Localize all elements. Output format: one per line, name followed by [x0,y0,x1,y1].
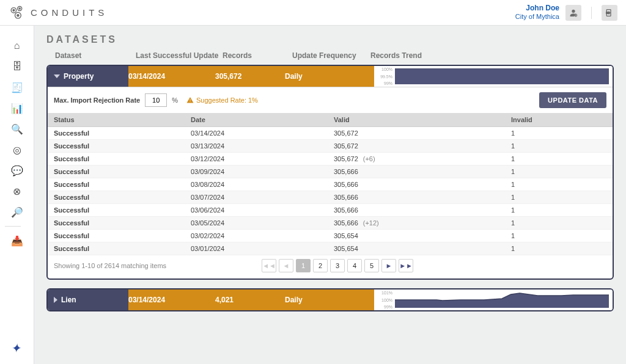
pagination: ◄◄ ◄ 12345 ► ►► [166,259,509,272]
page-number-3[interactable]: 3 [330,259,345,272]
cell-invalid: 1 [505,127,613,140]
cell-status: Successful [48,191,185,204]
datasets-column-headers: Dataset Last Successful Update Records U… [46,49,614,65]
user-info[interactable]: John Doe City of Mythica [515,4,559,20]
cell-invalid: 1 [505,153,613,166]
sidebar-item-billing[interactable]: 🧾 [5,77,29,98]
col-frequency: Update Frequency [292,51,370,60]
dataset-last-update: 03/14/2024 [128,72,215,81]
cell-valid: 305,654 [328,230,505,242]
sidebar-separator [5,226,21,227]
main-content: DATASETS Dataset Last Successful Update … [34,26,626,364]
svg-point-5 [17,14,19,16]
cell-date: 03/08/2024 [185,178,328,191]
cell-status: Successful [48,140,185,153]
update-data-button[interactable]: UPDATE DATA [539,92,606,108]
table-row[interactable]: Successful03/13/2024305,6721 [48,140,613,153]
col-trend: Records Trend [370,51,605,60]
table-row[interactable]: Successful03/07/2024305,6661 [48,191,613,204]
cell-status: Successful [48,127,185,140]
warning-icon [186,96,194,104]
chevron-right-icon [54,297,57,303]
cell-date: 03/14/2024 [185,127,328,140]
dataset-trend-lien: 101% 100% 99% [374,289,613,310]
cell-date: 03/02/2024 [185,230,328,242]
cell-valid: 305,672 [328,140,505,153]
rejection-rate-input[interactable] [145,93,167,107]
dataset-toggle-property[interactable]: Property [48,66,128,87]
table-row[interactable]: Successful03/01/2024305,6541 [48,242,613,255]
cell-valid: 305,666 [328,204,505,217]
cell-invalid: 1 [505,242,613,255]
table-row[interactable]: Successful03/06/2024305,6661 [48,204,613,217]
page-first-button[interactable]: ◄◄ [262,259,276,272]
sidebar-item-analytics[interactable]: 📊 [5,98,29,118]
detail-toolbar: Max. Import Rejection Rate % Suggested R… [48,87,613,113]
cell-invalid: 1 [505,204,613,217]
target-icon: ◎ [13,144,21,156]
sidebar-item-home[interactable]: ⌂ [5,35,29,56]
sidebar-item-target[interactable]: ◎ [5,139,29,160]
cell-valid: 305,666(+12) [328,217,505,230]
dataset-summary-lien: 03/14/2024 4,021 Daily [128,289,374,310]
cell-date: 03/07/2024 [185,191,328,204]
user-name: John Doe [515,4,559,13]
table-row[interactable]: Successful03/02/2024305,6541 [48,230,613,242]
cell-valid: 305,666 [328,178,505,191]
sidebar-item-reports[interactable]: 📥 [5,230,29,251]
suggested-rate-note: Suggested Rate: 1% [186,96,258,104]
dataset-name: Lien [61,296,76,304]
logout-button[interactable] [602,5,617,21]
table-row[interactable]: Successful03/14/2024305,6721 [48,127,613,140]
page-number-4[interactable]: 4 [347,259,362,272]
th-invalid[interactable]: Invalid [505,113,613,127]
table-row[interactable]: Successful03/08/2024305,6661 [48,178,613,191]
col-records: Records [223,51,292,60]
sidebar-item-chat[interactable]: 💬 [5,160,29,181]
alerts-icon: ⊗ [13,186,21,197]
cell-date: 03/09/2024 [185,166,328,178]
chevron-down-icon [54,75,60,78]
cell-date: 03/05/2024 [185,217,328,230]
dataset-frequency: Daily [285,72,363,81]
brand[interactable]: CONDUITS [9,4,108,21]
cell-date: 03/13/2024 [185,140,328,153]
dataset-name: Property [64,72,94,81]
page-number-2[interactable]: 2 [313,259,328,272]
page-next-button[interactable]: ► [381,259,396,272]
user-org: City of Mythica [515,13,559,21]
brand-name: CONDUITS [31,7,108,18]
cell-status: Successful [48,230,185,242]
sidebar-item-audit[interactable]: 🔍 [5,118,29,139]
table-row[interactable]: Successful03/09/2024305,6661 [48,166,613,178]
cell-valid: 305,666 [328,191,505,204]
cell-status: Successful [48,166,185,178]
page-number-5[interactable]: 5 [364,259,379,272]
user-settings-button[interactable] [565,5,581,21]
sidebar-item-data[interactable]: 🗄 [5,56,29,77]
col-last-update: Last Successful Update [136,51,223,60]
cell-status: Successful [48,178,185,191]
dataset-toggle-lien[interactable]: Lien [48,289,128,310]
dataset-records: 305,672 [215,72,285,81]
cell-status: Successful [48,217,185,230]
dataset-last-update: 03/14/2024 [128,296,215,304]
page-number-1[interactable]: 1 [296,259,311,272]
cell-date: 03/01/2024 [185,242,328,255]
cell-valid: 305,672(+6) [328,153,505,166]
table-row[interactable]: Successful03/12/2024305,672(+6)1 [48,153,613,166]
sparkline-property [395,67,609,84]
page-prev-button[interactable]: ◄ [279,259,293,272]
sidebar-item-search[interactable]: 🔎 [5,202,29,222]
dataset-trend-property: 100% 99.5% 99% [374,66,613,87]
page-title: DATASETS [46,34,614,45]
th-status[interactable]: Status [48,113,185,127]
col-dataset: Dataset [55,51,136,60]
th-date[interactable]: Date [185,113,328,127]
app-badge-icon: ✦ [10,341,23,355]
table-row[interactable]: Successful03/05/2024305,666(+12)1 [48,217,613,230]
th-valid[interactable]: Valid [328,113,505,127]
detail-showing: Showing 1-10 of 2614 matching items [54,262,166,269]
sidebar-item-alerts[interactable]: ⊗ [5,181,29,202]
page-last-button[interactable]: ►► [399,259,413,272]
